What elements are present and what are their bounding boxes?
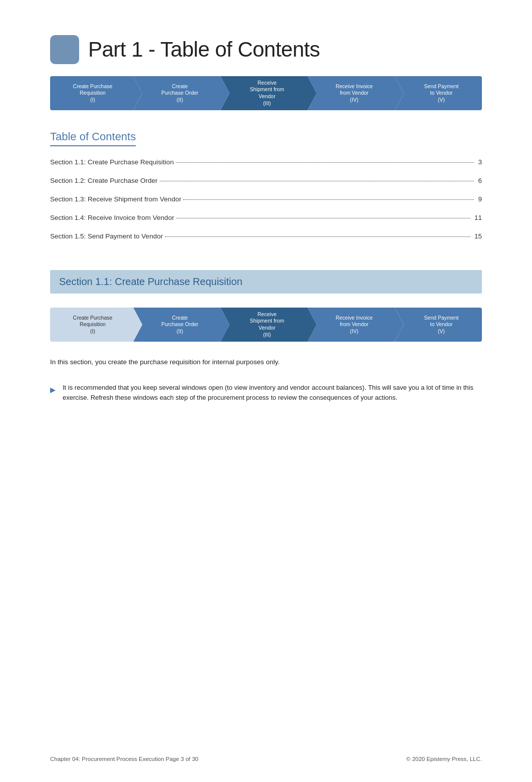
section-1-title: Section 1.1: Create Purchase Requisition bbox=[59, 276, 473, 288]
part-title: Part 1 - Table of Contents bbox=[88, 38, 320, 62]
flow-step-3-label: Receive Shipment from Vendor (III) bbox=[250, 80, 284, 107]
toc-entry-1-page: 3 bbox=[478, 158, 482, 166]
toc-entry-4-page: 11 bbox=[474, 214, 482, 221]
process-flow-1: Create Purchase Requisition (I) Create P… bbox=[50, 76, 482, 110]
flow2-step-1-label: Create Purchase Requisition (I) bbox=[73, 315, 113, 335]
toc-entry-3: Section 1.3: Receive Shipment from Vendo… bbox=[50, 195, 482, 203]
note-icon: ▸ bbox=[50, 383, 56, 396]
process-flow-2: Create Purchase Requisition (I) Create P… bbox=[50, 308, 482, 342]
toc-entry-1-dots bbox=[176, 162, 474, 163]
flow-step-1: Create Purchase Requisition (I) bbox=[50, 76, 133, 110]
flow2-step-3: Receive Shipment from Vendor (III) bbox=[220, 308, 308, 342]
toc-section: Table of Contents Section 1.1: Create Pu… bbox=[50, 130, 482, 240]
toc-entry-5: Section 1.5: Send Payment to Vendor 15 bbox=[50, 232, 482, 240]
toc-entry-2-dots bbox=[160, 181, 474, 181]
toc-entry-4-label: Section 1.4: Receive Invoice from Vendor bbox=[50, 214, 174, 221]
toc-entry-5-page: 15 bbox=[474, 232, 482, 240]
note-text: It is recommended that you keep several … bbox=[63, 383, 482, 404]
toc-entry-3-dots bbox=[183, 199, 474, 200]
flow2-step-4: Receive Invoice from Vendor (IV) bbox=[308, 308, 395, 342]
section-1-header: Section 1.1: Create Purchase Requisition bbox=[50, 270, 482, 294]
flow-step-5: Send Payment to Vendor (V) bbox=[395, 76, 482, 110]
toc-entry-2-label: Section 1.2: Create Purchase Order bbox=[50, 177, 158, 184]
flow2-step-4-label: Receive Invoice from Vendor (IV) bbox=[336, 315, 373, 335]
note-box: ▸ It is recommended that you keep severa… bbox=[50, 383, 482, 404]
toc-entry-4: Section 1.4: Receive Invoice from Vendor… bbox=[50, 214, 482, 221]
flow2-step-3-label: Receive Shipment from Vendor (III) bbox=[250, 311, 284, 339]
part-header: Part 1 - Table of Contents bbox=[50, 35, 482, 64]
toc-entry-4-dots bbox=[176, 218, 470, 218]
toc-entry-3-label: Section 1.3: Receive Shipment from Vendo… bbox=[50, 195, 181, 203]
toc-entry-3-page: 9 bbox=[478, 195, 482, 203]
flow-step-4: Receive Invoice from Vendor (IV) bbox=[308, 76, 395, 110]
toc-entry-5-dots bbox=[165, 236, 470, 237]
toc-entry-1: Section 1.1: Create Purchase Requisition… bbox=[50, 158, 482, 166]
toc-entry-1-label: Section 1.1: Create Purchase Requisition bbox=[50, 158, 174, 166]
flow2-step-2-label: Create Purchase Order (II) bbox=[161, 315, 198, 335]
flow2-step-5-label: Send Payment to Vendor (V) bbox=[424, 315, 459, 335]
page: Part 1 - Table of Contents Create Purcha… bbox=[0, 0, 532, 782]
flow-step-1-label: Create Purchase Requisition (I) bbox=[73, 83, 113, 104]
flow-step-2-label: Create Purchase Order (II) bbox=[161, 83, 198, 104]
toc-entry-2: Section 1.2: Create Purchase Order 6 bbox=[50, 177, 482, 184]
flow2-step-5: Send Payment to Vendor (V) bbox=[395, 308, 482, 342]
flow2-step-2: Create Purchase Order (II) bbox=[133, 308, 220, 342]
section-1-body: In this section, you create the purchase… bbox=[50, 357, 482, 368]
toc-entry-2-page: 6 bbox=[478, 177, 482, 184]
flow-step-4-label: Receive Invoice from Vendor (IV) bbox=[336, 83, 373, 104]
page-footer: Chapter 04: Procurement Process Executio… bbox=[50, 756, 482, 762]
footer-left: Chapter 04: Procurement Process Executio… bbox=[50, 756, 198, 762]
flow-step-2: Create Purchase Order (II) bbox=[133, 76, 220, 110]
flow2-step-1: Create Purchase Requisition (I) bbox=[50, 308, 133, 342]
toc-entry-5-label: Section 1.5: Send Payment to Vendor bbox=[50, 232, 163, 240]
part-icon bbox=[50, 35, 79, 64]
flow-step-3: Receive Shipment from Vendor (III) bbox=[220, 76, 308, 110]
toc-title: Table of Contents bbox=[50, 130, 136, 146]
flow-step-5-label: Send Payment to Vendor (V) bbox=[424, 83, 459, 104]
footer-right: © 2020 Epistemy Press, LLC. bbox=[406, 756, 482, 762]
